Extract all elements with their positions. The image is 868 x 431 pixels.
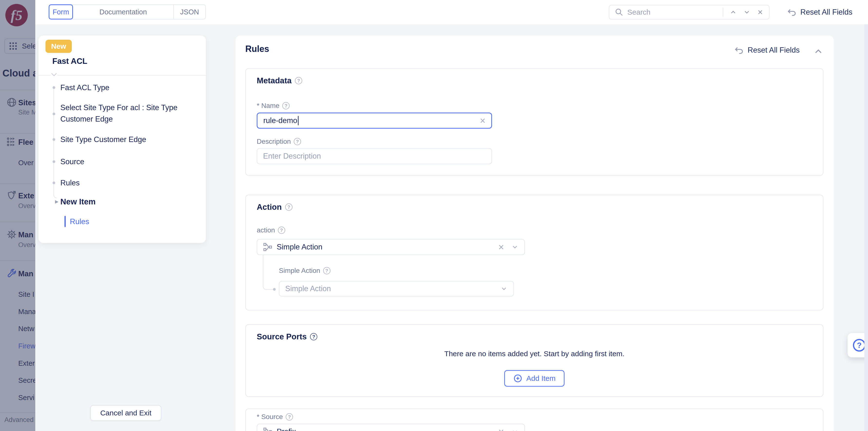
source-ports-title: Source Ports xyxy=(257,332,317,341)
chevron-down-icon[interactable] xyxy=(500,285,507,292)
chevron-down-icon[interactable] xyxy=(511,428,519,431)
text-cursor xyxy=(298,116,299,125)
tab-form[interactable]: Form xyxy=(49,4,73,20)
reset-all-fields-button[interactable]: Reset All Fields xyxy=(787,5,852,20)
name-input[interactable]: rule-demo × xyxy=(257,113,492,128)
help-icon[interactable] xyxy=(286,413,293,421)
top-bar: Form Documentation JSON Search Reset All… xyxy=(0,0,868,24)
simple-action-select[interactable]: Simple Action xyxy=(279,281,514,296)
view-tabs: Form Documentation JSON xyxy=(49,4,206,20)
tree-item-rules-active[interactable]: Rules xyxy=(70,217,89,226)
help-icon[interactable] xyxy=(294,138,301,145)
undo-icon xyxy=(787,7,797,17)
help-icon[interactable] xyxy=(285,203,292,211)
clear-select-icon[interactable]: × xyxy=(498,242,504,252)
source-section: * Source Prefix × xyxy=(245,409,824,431)
plus-circle-icon xyxy=(513,374,523,383)
flow-icon xyxy=(263,242,272,252)
help-icon[interactable] xyxy=(295,77,302,84)
tree-guide-elbow xyxy=(54,192,57,198)
fast-acl-drawer: New Fast ACL Fast ACL Type Select Site T… xyxy=(38,35,206,243)
clear-select-icon[interactable]: × xyxy=(498,427,504,431)
tree-item-rules[interactable]: Rules xyxy=(60,177,80,189)
tree-dot xyxy=(53,138,55,141)
search-placeholder: Search xyxy=(627,8,650,16)
action-section: Action action Simple Action × Simple Act… xyxy=(245,195,824,310)
help-icon[interactable] xyxy=(278,227,285,234)
left-sidebar: f5 Sele Cloud a Sites Site M Flee Over E… xyxy=(0,0,35,431)
add-item-button[interactable]: Add Item xyxy=(504,370,564,387)
source-select[interactable]: Prefix × xyxy=(257,424,525,431)
drawer-divider xyxy=(38,75,206,76)
tree-item-fast-acl-type[interactable]: Fast ACL Type xyxy=(60,82,110,93)
help-icon[interactable] xyxy=(282,102,289,109)
drawer-title: Fast ACL xyxy=(52,57,87,66)
source-ports-section: Source Ports There are no items added ye… xyxy=(245,324,824,397)
help-circle-icon: ? xyxy=(853,339,866,351)
tree-item-site-type-customer-edge[interactable]: Site Type Customer Edge xyxy=(60,134,146,145)
name-label: * Name xyxy=(257,102,289,110)
search-clear-icon[interactable] xyxy=(757,9,764,16)
new-badge: New xyxy=(45,40,72,53)
tree-item-source[interactable]: Source xyxy=(60,156,84,167)
tree-item-new-item[interactable]: New Item xyxy=(60,196,96,207)
tab-json[interactable]: JSON xyxy=(174,5,206,19)
tree-dot xyxy=(53,86,55,89)
action-select[interactable]: Simple Action × xyxy=(257,239,525,255)
nested-connector-line xyxy=(263,255,275,290)
tree-dot xyxy=(53,160,55,163)
form-reset-all-fields-button[interactable]: Reset All Fields xyxy=(734,45,800,55)
description-input[interactable]: Enter Description xyxy=(257,148,492,164)
rules-form-card: Rules Reset All Fields Metadata * Name r… xyxy=(236,35,834,431)
action-field-label: action xyxy=(257,226,285,234)
search-input[interactable]: Search xyxy=(609,5,770,20)
description-label: Description xyxy=(257,138,301,145)
active-item-bar xyxy=(64,216,66,227)
collapse-section-icon[interactable] xyxy=(814,48,823,55)
vertical-scrollbar[interactable] xyxy=(864,24,868,431)
search-next-icon[interactable] xyxy=(743,8,750,16)
tab-documentation[interactable]: Documentation xyxy=(73,5,174,19)
cancel-and-exit-button[interactable]: Cancel and Exit xyxy=(90,405,161,421)
tree-dot xyxy=(53,113,55,115)
clear-input-icon[interactable]: × xyxy=(480,116,486,125)
metadata-section: Metadata * Name rule-demo × Description … xyxy=(245,68,824,176)
search-prev-icon[interactable] xyxy=(730,8,737,16)
help-icon[interactable] xyxy=(310,333,317,340)
flow-icon xyxy=(263,427,272,431)
connector-dot xyxy=(273,288,276,291)
action-title: Action xyxy=(257,202,292,212)
tree-item-select-site-type[interactable]: Select Site Type For acl : Site Type Cus… xyxy=(60,102,197,125)
tree-dot xyxy=(53,181,55,184)
metadata-title: Metadata xyxy=(257,76,302,85)
undo-icon xyxy=(734,45,744,55)
simple-action-label: Simple Action xyxy=(279,267,331,275)
collapse-notch-icon[interactable] xyxy=(51,73,57,79)
help-icon[interactable] xyxy=(323,267,331,274)
chevron-down-icon[interactable] xyxy=(511,243,519,251)
empty-state-text: There are no items added yet. Start by a… xyxy=(246,350,823,358)
page-title: Rules xyxy=(245,44,269,54)
search-icon xyxy=(615,8,623,17)
search-divider xyxy=(723,7,723,17)
tree-arrow-icon: ▸ xyxy=(55,197,58,205)
sidebar-dim-overlay xyxy=(0,0,35,431)
source-label: * Source xyxy=(257,413,293,421)
